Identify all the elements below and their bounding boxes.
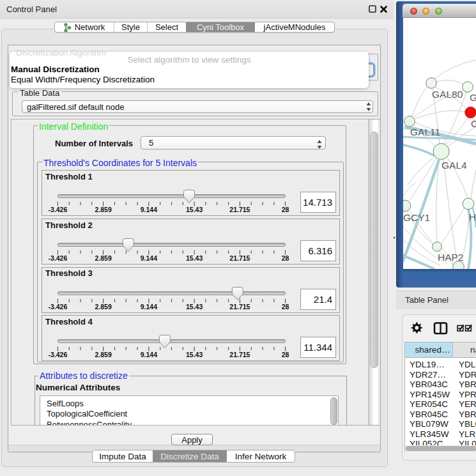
svg-text:28: 28: [282, 206, 289, 213]
svg-text:2.859: 2.859: [95, 303, 111, 311]
svg-text:15.43: 15.43: [186, 303, 203, 311]
svg-text:2.859: 2.859: [95, 206, 111, 213]
svg-text:CDC: CDC: [471, 118, 476, 129]
svg-text:21.715: 21.715: [229, 254, 250, 262]
svg-text:15.43: 15.43: [186, 206, 203, 213]
svg-text:28: 28: [282, 254, 289, 262]
svg-text:15.43: 15.43: [186, 351, 203, 358]
svg-text:-3.426: -3.426: [49, 303, 68, 311]
svg-text:GCY1: GCY1: [403, 212, 430, 223]
svg-text:2.859: 2.859: [95, 351, 111, 358]
svg-text:2.859: 2.859: [95, 254, 111, 262]
svg-text:HIS: HIS: [469, 211, 476, 222]
svg-text:GAL11: GAL11: [410, 127, 440, 137]
svg-text:9.144: 9.144: [141, 351, 157, 358]
svg-text:GAL3: GAL3: [470, 92, 476, 103]
svg-text:-3.426: -3.426: [49, 351, 68, 358]
svg-text:21.715: 21.715: [229, 303, 250, 311]
svg-text:28: 28: [282, 303, 289, 311]
svg-text:GAL4: GAL4: [441, 160, 467, 171]
svg-text:9.144: 9.144: [141, 303, 157, 311]
svg-text:GAL80: GAL80: [432, 89, 463, 100]
svg-text:-3.426: -3.426: [49, 206, 68, 213]
svg-text:21.715: 21.715: [229, 351, 250, 358]
svg-text:-3.426: -3.426: [49, 254, 68, 262]
svg-text:28: 28: [282, 351, 289, 358]
svg-text:9.144: 9.144: [141, 254, 157, 262]
svg-text:9.144: 9.144: [141, 206, 157, 213]
svg-text:15.43: 15.43: [186, 254, 203, 262]
svg-text:HAP2: HAP2: [438, 252, 464, 263]
svg-text:21.715: 21.715: [229, 206, 250, 213]
